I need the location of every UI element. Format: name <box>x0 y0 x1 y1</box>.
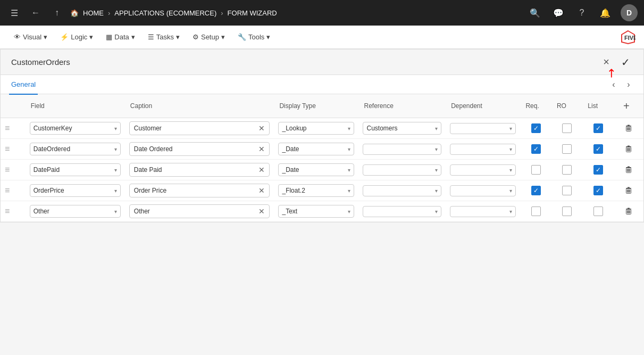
tab-nav-buttons: ‹ › <box>607 75 635 94</box>
toolbar-data[interactable]: ▦ Data ▾ <box>101 31 140 43</box>
drag-handle[interactable]: ≡ <box>5 207 10 216</box>
list-checkbox-3[interactable] <box>593 186 603 195</box>
dependent-select-3[interactable]: ▾ <box>450 185 516 196</box>
list-checkbox-0[interactable] <box>593 123 603 133</box>
delete-row-button-2[interactable] <box>618 166 639 174</box>
caption-clear-4[interactable]: ✕ <box>258 207 265 216</box>
tab-next-button[interactable]: › <box>622 78 635 91</box>
field-select-4[interactable]: Other ▾ <box>30 205 121 218</box>
dependent-select-2[interactable]: ▾ <box>450 164 516 176</box>
ro-checkbox-cell-1 <box>556 144 578 154</box>
field-select-1[interactable]: DateOrdered ▾ <box>30 143 121 155</box>
delete-row-button-3[interactable] <box>618 186 639 195</box>
breadcrumb-sep-1: › <box>108 9 110 17</box>
dependent-select-0[interactable]: ▾ <box>450 123 516 134</box>
caption-field-4[interactable]: Other ✕ <box>129 204 270 218</box>
delete-row-button-0[interactable] <box>618 124 639 133</box>
caption-clear-2[interactable]: ✕ <box>258 166 265 174</box>
visual-dropdown-icon: ▾ <box>44 33 47 41</box>
tasks-icon: ☰ <box>148 33 154 41</box>
caption-field-1[interactable]: Date Ordered ✕ <box>129 142 270 156</box>
display-type-select-2[interactable]: _Date ▾ <box>278 163 354 176</box>
svg-rect-27 <box>628 210 629 213</box>
svg-rect-14 <box>627 169 628 172</box>
field-value-0: CustomerKey <box>34 125 72 132</box>
ro-checkbox-2[interactable] <box>562 165 572 175</box>
close-button[interactable]: × <box>599 55 614 70</box>
reference-select-2[interactable]: ▾ <box>363 164 441 176</box>
svg-rect-9 <box>628 148 629 151</box>
req-checkbox-cell-0 <box>524 123 547 133</box>
dependent-select-1[interactable]: ▾ <box>450 144 516 155</box>
tab-general[interactable]: General <box>9 75 38 95</box>
list-checkbox-1[interactable] <box>593 144 603 154</box>
req-checkbox-3[interactable] <box>531 186 541 195</box>
nav-right: 🔍 💬 ? 🔔 D <box>527 4 638 21</box>
ro-checkbox-1[interactable] <box>562 144 572 154</box>
caption-clear-1[interactable]: ✕ <box>258 145 265 153</box>
menu-icon[interactable]: ☰ <box>6 5 22 21</box>
breadcrumb-app[interactable]: APPLICATIONS (ECOMMERCE) <box>114 9 216 17</box>
svg-rect-12 <box>628 146 630 147</box>
req-checkbox-0[interactable] <box>531 123 541 133</box>
display-type-select-1[interactable]: _Date ▾ <box>278 143 354 155</box>
nav-left: ☰ ← ↑ 🏠 HOME › APPLICATIONS (ECOMMERCE) … <box>6 5 277 21</box>
display-type-select-0[interactable]: _Lookup ▾ <box>278 122 354 135</box>
help-icon[interactable]: ? <box>574 5 590 21</box>
reference-select-4[interactable]: ▾ <box>363 206 441 217</box>
search-icon[interactable]: 🔍 <box>527 5 543 21</box>
field-select-0[interactable]: CustomerKey ▾ <box>30 122 121 135</box>
dependent-select-4[interactable]: ▾ <box>450 206 516 217</box>
caption-field-0[interactable]: Customer ✕ <box>129 121 270 135</box>
reference-select-3[interactable]: ▾ <box>363 185 441 196</box>
col-ro-header: RO <box>551 94 582 118</box>
dependent-dropdown-icon-0: ▾ <box>509 126 512 131</box>
list-checkbox-4[interactable] <box>593 207 603 216</box>
toolbar-tasks[interactable]: ☰ Tasks ▾ <box>143 31 185 43</box>
notifications-icon[interactable]: 🔔 <box>597 5 613 21</box>
caption-clear-0[interactable]: ✕ <box>258 124 265 133</box>
svg-rect-30 <box>628 208 630 209</box>
field-select-2[interactable]: DatePaid ▾ <box>30 163 121 176</box>
drag-handle[interactable]: ≡ <box>5 123 10 133</box>
toolbar-setup[interactable]: ⚙ Setup ▾ <box>187 31 230 43</box>
field-dropdown-icon-1: ▾ <box>114 146 117 152</box>
ro-checkbox-3[interactable] <box>562 186 572 195</box>
breadcrumb-form[interactable]: FORM WIZARD <box>228 9 277 17</box>
forward-icon[interactable]: ↑ <box>49 5 65 21</box>
display-type-select-3[interactable]: _Float.2 ▾ <box>278 184 354 197</box>
display-type-select-4[interactable]: _Text ▾ <box>278 205 354 218</box>
field-select-3[interactable]: OrderPrice ▾ <box>30 184 121 197</box>
req-checkbox-2[interactable] <box>531 165 541 175</box>
five-logo-text: FIVE <box>621 30 635 45</box>
caption-clear-3[interactable]: ✕ <box>258 186 265 195</box>
field-dropdown-icon-4: ▾ <box>114 209 117 214</box>
col-caption-header: Caption <box>125 94 274 118</box>
drag-handle[interactable]: ≡ <box>5 144 10 153</box>
drag-handle[interactable]: ≡ <box>5 186 10 195</box>
caption-field-2[interactable]: Date Paid ✕ <box>129 163 270 177</box>
delete-row-button-4[interactable] <box>618 207 639 216</box>
ro-checkbox-0[interactable] <box>562 123 572 133</box>
ro-checkbox-4[interactable] <box>562 207 572 216</box>
tab-prev-button[interactable]: ‹ <box>607 78 620 91</box>
list-checkbox-2[interactable] <box>593 165 603 175</box>
add-row-button[interactable]: + <box>619 98 634 113</box>
toolbar-logic[interactable]: ⚡ Logic ▾ <box>55 31 98 43</box>
req-checkbox-1[interactable] <box>531 144 541 154</box>
check-button[interactable]: ✓ <box>618 55 633 70</box>
reference-select-0[interactable]: Customers ▾ <box>363 122 441 135</box>
breadcrumb-home[interactable]: HOME <box>83 9 104 17</box>
req-checkbox-4[interactable] <box>531 207 541 216</box>
avatar[interactable]: D <box>621 4 638 21</box>
delete-row-button-1[interactable] <box>618 145 639 153</box>
reference-select-1[interactable]: ▾ <box>363 144 441 155</box>
toolbar-tools[interactable]: 🔧 Tools ▾ <box>232 31 275 43</box>
chat-icon[interactable]: 💬 <box>550 5 566 21</box>
svg-rect-22 <box>629 189 630 193</box>
display-type-value-0: _Lookup <box>282 125 306 132</box>
caption-field-3[interactable]: Order Price ✕ <box>129 184 270 197</box>
back-icon[interactable]: ← <box>28 5 44 21</box>
drag-handle[interactable]: ≡ <box>5 165 10 174</box>
toolbar-visual[interactable]: 👁 Visual ▾ <box>9 31 53 43</box>
